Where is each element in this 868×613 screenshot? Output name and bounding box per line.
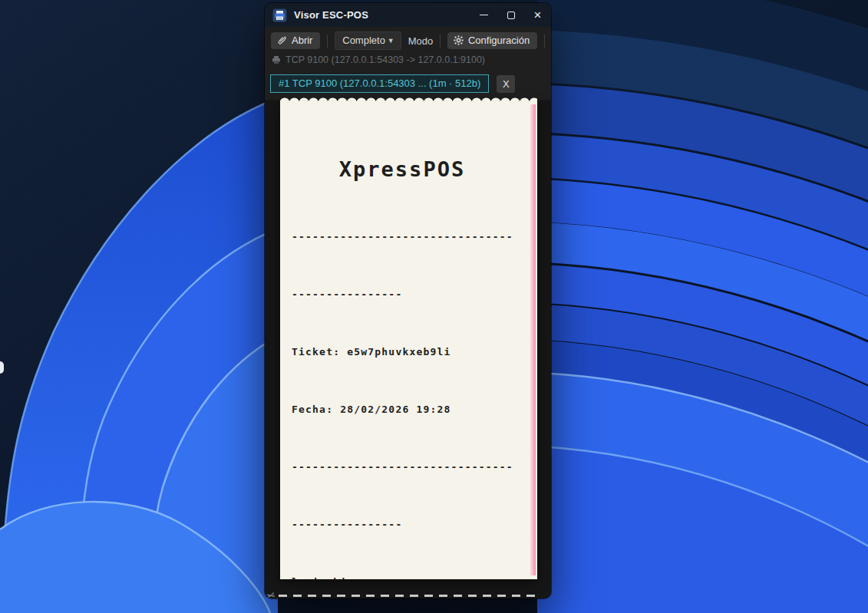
receipt-preview-area: XpressPOS ------------------------------… [265,100,551,598]
minimize-button[interactable] [470,3,497,27]
receipt-paper: XpressPOS ------------------------------… [280,101,537,579]
gear-icon [454,35,464,45]
receipt-item-name: lapiz big [292,572,513,579]
connection-status: TCP 9100 (127.0.0.1:54303 -> 127.0.0.1:9… [265,53,551,69]
receipt-separator: -------------------------------- [292,457,513,476]
maximize-button[interactable] [497,3,524,27]
minimize-icon [480,15,488,15]
receipt-ticket-line: Ticket: e5w7phuvkxeb9li [292,342,513,361]
open-button-label: Abrir [292,35,312,46]
receipt-separator: -------------------------------- [292,227,513,246]
cut-dashes [279,595,540,597]
tab-close-button[interactable]: X [497,75,515,93]
tab-stream-1[interactable]: #1 TCP 9100 (127.0.0.1:54303 ... (1m · 5… [270,74,489,93]
toolbar: Abrir Completo ▼ Modo [265,27,551,53]
wallpaper-highlight-speck [0,361,4,374]
window-title: Visor ESC-POS [294,9,470,21]
settings-button[interactable]: Configuración [447,32,537,49]
printer-status-icon [272,55,281,64]
tab-close-label: X [503,78,510,90]
open-button[interactable]: Abrir [271,32,320,49]
visor-escpos-window: Visor ESC-POS × Abrir Completo ▼ Modo [265,3,551,598]
tab-label: #1 TCP 9100 (127.0.0.1:54303 ... (1m · 5… [279,77,480,89]
printer-app-icon [272,8,287,22]
settings-button-label: Configuración [468,35,530,46]
chevron-down-icon: ▼ [388,37,394,44]
close-button[interactable]: × [524,3,551,27]
mode-label: Modo [408,35,434,47]
titlebar: Visor ESC-POS × [265,3,551,27]
receipt-content: XpressPOS ------------------------------… [280,101,537,579]
toolbar-separator [440,35,441,48]
toolbar-separator [327,35,328,48]
receipt-store-name: XpressPOS [292,157,513,183]
close-icon: × [534,8,542,21]
connection-status-text: TCP 9100 (127.0.0.1:54303 -> 127.0.0.1:9… [285,54,485,65]
receipt-separator: ---------------- [292,515,513,534]
maximize-icon [507,12,515,19]
receipt-date-line: Fecha: 28/02/2026 19:28 [292,400,513,419]
open-file-icon [277,35,287,45]
tab-bar: #1 TCP 9100 (127.0.0.1:54303 ... (1m · 5… [265,69,551,100]
mode-select-value: Completo [342,35,385,46]
receipt-separator: ---------------- [292,285,513,304]
toolbar-separator [544,35,545,48]
mode-select[interactable]: Completo ▼ [335,31,401,50]
cut-line: ✂ [266,591,540,598]
